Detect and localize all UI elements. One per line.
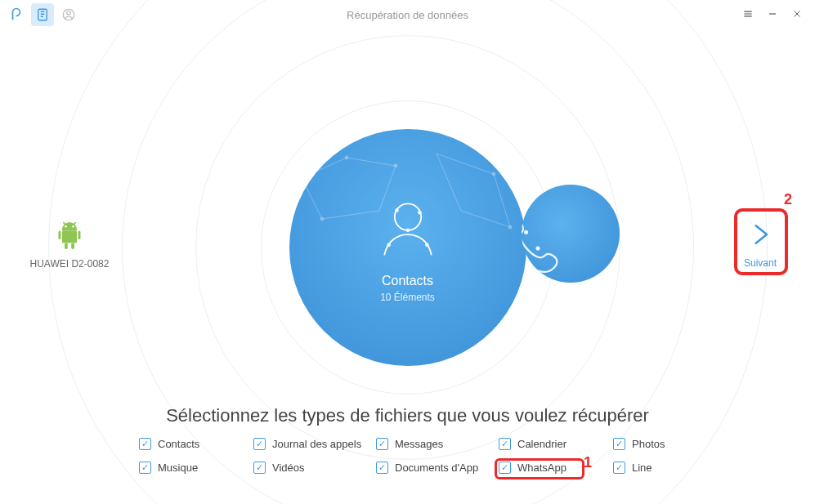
type-whatsapp[interactable]: ✓WhatsApp [499,462,613,474]
type-messages[interactable]: ✓Messages [376,438,499,450]
settings-mode-icon[interactable] [57,3,80,26]
svg-point-16 [394,204,420,230]
phone-icon [522,204,567,278]
svg-point-23 [537,248,540,250]
contact-icon [371,192,445,265]
svg-point-0 [11,18,13,20]
type-label: Photos [632,438,665,450]
type-app-documents[interactable]: ✓Documents d'App [376,462,499,474]
title-bar: Récupération de données [0,0,815,29]
type-label: Vidéos [272,462,305,474]
type-label: Documents d'App [395,462,478,474]
annotation-number-2: 2 [784,191,792,208]
app-logo-icon[interactable] [5,3,28,26]
checkbox-icon: ✓ [376,462,388,474]
svg-point-22 [525,231,527,234]
svg-point-20 [387,244,390,247]
type-label: Messages [395,438,443,450]
circle-title: Contacts [382,274,433,288]
type-label: Calendrier [517,438,566,450]
svg-point-14 [320,217,324,221]
file-types-grid: ✓Contacts ✓Journal des appels ✓Messages … [139,438,717,474]
svg-rect-6 [78,231,81,240]
svg-point-19 [406,230,409,232]
checkbox-icon: ✓ [139,462,151,474]
connected-device: HUAWEI D2-0082 [16,217,123,270]
svg-point-12 [394,164,397,167]
checkbox-icon: ✓ [253,462,266,474]
checkbox-icon: ✓ [499,438,511,450]
type-call-log[interactable]: ✓Journal des appels [253,438,376,450]
type-label: Line [632,462,652,474]
svg-point-18 [419,212,421,214]
svg-rect-8 [71,243,74,250]
type-contacts[interactable]: ✓Contacts [139,438,253,450]
instruction-text: Sélectionnez les types de fichiers que v… [0,405,815,426]
type-photos[interactable]: ✓Photos [613,438,703,450]
menu-icon[interactable] [741,8,755,22]
type-label: Journal des appels [272,438,361,450]
svg-point-13 [492,172,495,176]
close-icon[interactable] [790,8,804,21]
type-label: Contacts [158,438,199,450]
checkbox-icon: ✓ [613,438,625,450]
svg-point-10 [72,225,74,228]
type-label: Musique [158,462,198,474]
type-label: WhatsApp [517,462,566,474]
type-music[interactable]: ✓Musique [139,462,253,474]
checkbox-icon: ✓ [499,462,511,474]
android-icon [55,217,84,252]
minimize-icon[interactable] [766,8,779,22]
svg-rect-7 [65,243,68,250]
svg-point-9 [65,225,67,228]
selection-circle-contacts[interactable]: Contacts 10 Éléments [289,129,526,366]
svg-point-3 [67,11,71,16]
chevron-right-icon [747,221,773,248]
type-videos[interactable]: ✓Vidéos [253,462,376,474]
svg-point-17 [396,209,398,212]
svg-point-15 [508,225,512,229]
checkbox-icon: ✓ [253,438,266,450]
annotation-number-1: 1 [584,454,592,471]
recovery-mode-icon[interactable] [31,3,54,26]
window-title: Récupération de données [0,9,815,21]
next-button[interactable]: Suivant [737,213,784,269]
checkbox-icon: ✓ [139,438,151,450]
selection-circle-call-log[interactable] [522,185,620,283]
next-button-label: Suivant [737,257,784,269]
checkbox-icon: ✓ [613,462,625,474]
svg-rect-1 [38,9,47,20]
type-calendar[interactable]: ✓Calendrier [499,438,613,450]
svg-point-21 [426,244,428,247]
circle-subtitle: 10 Éléments [380,292,435,303]
main-content: HUAWEI D2-0082 Contacts 10 Éléments [0,29,815,504]
device-name: HUAWEI D2-0082 [16,258,123,270]
svg-rect-5 [59,231,61,240]
svg-rect-4 [62,231,77,243]
type-line[interactable]: ✓Line [613,462,703,474]
checkbox-icon: ✓ [376,438,388,450]
svg-point-11 [345,156,348,159]
